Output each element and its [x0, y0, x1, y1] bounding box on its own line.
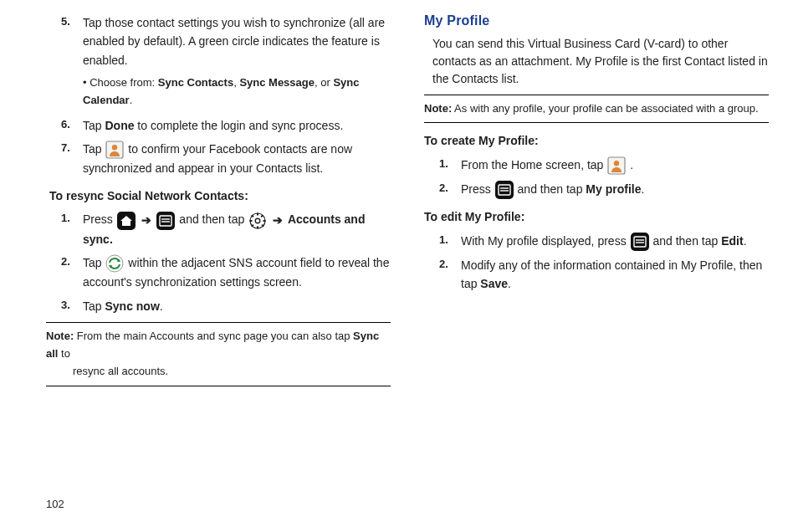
step-number: 7.: [61, 140, 83, 178]
edit-profile-heading: To edit My Profile:: [424, 207, 769, 226]
step-text: Press and then tap My profile.: [461, 180, 769, 199]
arrow-icon: ➔: [141, 211, 151, 229]
my-profile-intro: You can send this Virtual Business Card …: [432, 35, 769, 88]
sync-icon: [105, 254, 124, 273]
step-text: Press ➔ and then tap ➔ Accounts and sync…: [83, 210, 391, 248]
edit-step-1: 1. With My profile displayed, press and …: [439, 232, 769, 251]
page-number: 102: [46, 498, 64, 510]
home-icon: [117, 212, 136, 230]
step-5: 5. Tap those contact settings you wish t…: [61, 13, 391, 69]
step-text: Tap to confirm your Facebook contacts ar…: [83, 140, 391, 178]
opt-sync-contacts: Sync Contacts: [158, 76, 233, 89]
step-number: 2.: [61, 253, 83, 292]
menu-icon: [495, 181, 514, 199]
create-step-2: 2. Press and then tap My profile.: [439, 180, 769, 199]
step-number: 6.: [61, 116, 83, 135]
left-column: 5. Tap those contact settings you wish t…: [46, 10, 391, 395]
step-text: With My profile displayed, press and the…: [461, 232, 769, 251]
note-profile-group: Note: As with any profile, your profile …: [424, 99, 769, 120]
step-text: Modify any of the information contained …: [461, 256, 769, 294]
my-profile-title: My Profile: [424, 10, 769, 32]
note-label: Note:: [424, 102, 452, 115]
step-text: From the Home screen, tap .: [461, 156, 769, 175]
save-label: Save: [480, 277, 508, 290]
note-label: Note:: [46, 330, 74, 342]
step-7: 7. Tap to confirm your Facebook contacts…: [61, 140, 391, 178]
note-continuation: resync all accounts.: [73, 363, 391, 381]
resync-heading: To resync Social Network Contacts:: [49, 187, 391, 205]
step-number: 2.: [439, 180, 461, 199]
step-number: 5.: [61, 13, 83, 69]
bullet-prefix: Choose from:: [90, 76, 158, 89]
contacts-icon: [105, 141, 124, 159]
step-text: Tap within the adjacent SNS account fiel…: [83, 253, 391, 292]
divider: [424, 122, 769, 123]
note-sync-all: Note: From the main Accounts and sync pa…: [46, 326, 391, 381]
sync-now-label: Sync now: [105, 299, 159, 313]
step-6: 6. Tap Done to complete the login and sy…: [61, 116, 391, 135]
resync-step-2: 2. Tap within the adjacent SNS account f…: [61, 253, 391, 292]
step-number: 2.: [439, 256, 461, 294]
arrow-icon: ➔: [273, 211, 283, 229]
step-number: 3.: [61, 297, 83, 315]
step-number: 1.: [439, 156, 461, 175]
edit-label: Edit: [721, 234, 743, 248]
divider: [46, 322, 391, 323]
step-text: Tap those contact settings you wish to s…: [83, 13, 391, 69]
step-number: 1.: [61, 210, 83, 248]
divider: [424, 95, 769, 95]
edit-step-2: 2. Modify any of the information contain…: [439, 256, 769, 294]
divider: [46, 386, 391, 386]
opt-sync-message: Sync Message: [239, 76, 315, 89]
gear-icon: [248, 212, 267, 230]
step-text: Tap Done to complete the login and sync …: [83, 116, 391, 135]
menu-icon: [631, 233, 649, 251]
create-profile-heading: To create My Profile:: [424, 131, 769, 150]
resync-step-1: 1. Press ➔ and then tap ➔ Accounts and s…: [61, 210, 391, 248]
bullet-choose-from: Choose from: Sync Contacts, Sync Message…: [83, 74, 391, 110]
manual-page: 5. Tap those contact settings you wish t…: [0, 0, 798, 403]
my-profile-label: My profile: [586, 182, 641, 196]
done-label: Done: [105, 119, 134, 132]
step-number: 1.: [439, 232, 461, 251]
step-text: Tap Sync now.: [83, 297, 391, 315]
right-column: My Profile You can send this Virtual Bus…: [424, 10, 769, 395]
menu-icon: [156, 212, 175, 230]
resync-step-3: 3. Tap Sync now.: [61, 297, 391, 315]
create-step-1: 1. From the Home screen, tap .: [439, 156, 769, 175]
contacts-icon: [607, 156, 626, 175]
